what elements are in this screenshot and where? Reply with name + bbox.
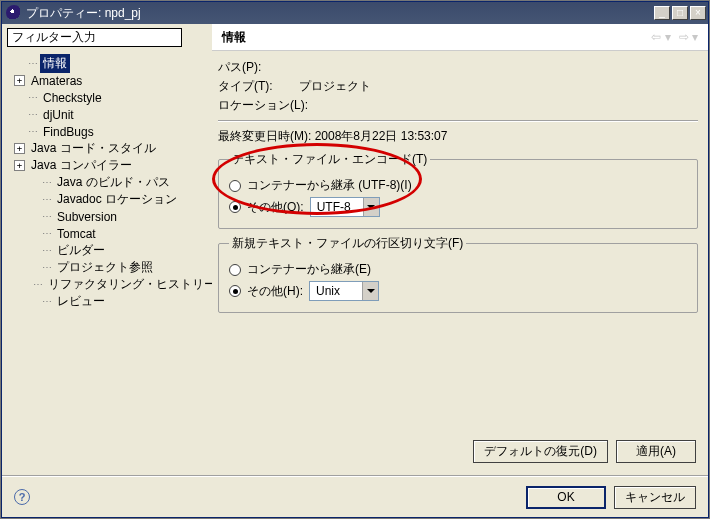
expand-icon[interactable]: +	[14, 75, 25, 86]
linebreak-other-radio[interactable]	[229, 285, 241, 297]
restore-defaults-button[interactable]: デフォルトの復元(D)	[473, 440, 608, 463]
encoding-inherit-radio[interactable]	[229, 180, 241, 192]
properties-dialog: プロパティー: npd_pj _ □ × 情報 ⇦ ▾ ⇨ ▾ ⋯情報+Amat…	[1, 1, 709, 518]
encoding-other-label: その他(O):	[247, 199, 304, 216]
page-title: 情報	[222, 29, 246, 46]
chevron-down-icon[interactable]	[362, 282, 378, 300]
linebreak-combo[interactable]: Unix	[309, 281, 379, 301]
linebreak-other-label: その他(H):	[247, 283, 303, 300]
maximize-button[interactable]: □	[672, 6, 688, 20]
tree-item[interactable]: ⋯ビルダー	[8, 242, 210, 259]
tree-item[interactable]: ⋯Checkstyle	[8, 89, 210, 106]
help-icon[interactable]: ?	[14, 489, 30, 505]
tree-item-label: 情報	[40, 54, 70, 73]
tree-item-label: FindBugs	[40, 124, 97, 140]
tree-item[interactable]: ⋯Subversion	[8, 208, 210, 225]
tree-item[interactable]: ⋯リファクタリング・ヒストリー	[8, 276, 210, 293]
encoding-other-radio[interactable]	[229, 201, 241, 213]
window-title: プロパティー: npd_pj	[26, 5, 652, 22]
encoding-combo[interactable]: UTF-8	[310, 197, 380, 217]
linebreak-inherit-label: コンテナーから継承(E)	[247, 261, 371, 278]
location-label: ロケーション(L):	[218, 97, 698, 114]
banner: 情報 ⇦ ▾ ⇨ ▾	[212, 24, 708, 51]
tree-item-label: djUnit	[40, 107, 77, 123]
tree-item[interactable]: ⋯情報	[8, 55, 210, 72]
top-row: 情報 ⇦ ▾ ⇨ ▾	[2, 24, 708, 51]
tree-item[interactable]: ⋯プロジェクト参照	[8, 259, 210, 276]
modified-row: 最終変更日時(M): 2008年8月22日 13:53:07	[218, 128, 698, 145]
nav-back-icon[interactable]: ⇦ ▾	[651, 30, 670, 44]
close-button[interactable]: ×	[690, 6, 706, 20]
modified-value: 2008年8月22日 13:53:07	[315, 129, 448, 143]
filter-input[interactable]	[7, 28, 182, 47]
tree-item[interactable]: ⋯djUnit	[8, 106, 210, 123]
tree-item-label: Checkstyle	[40, 90, 105, 106]
expand-icon[interactable]: +	[14, 143, 25, 154]
type-value: プロジェクト	[299, 79, 371, 93]
tree-item-label: Tomcat	[54, 226, 99, 242]
apply-button[interactable]: 適用(A)	[616, 440, 696, 463]
type-row: タイプ(T): プロジェクト	[218, 78, 698, 95]
tree-item[interactable]: +Amateras	[8, 72, 210, 89]
encoding-legend: テキスト・ファイル・エンコード(T)	[229, 151, 430, 168]
tree-item-label: Amateras	[28, 73, 85, 89]
titlebar: プロパティー: npd_pj _ □ ×	[2, 2, 708, 24]
path-label: パス(P):	[218, 59, 698, 76]
category-tree[interactable]: ⋯情報+Amateras⋯Checkstyle⋯djUnit⋯FindBugs+…	[2, 51, 212, 475]
tree-item[interactable]: ⋯FindBugs	[8, 123, 210, 140]
ok-button[interactable]: OK	[526, 486, 606, 509]
encoding-inherit-label: コンテナーから継承 (UTF-8)(I)	[247, 177, 412, 194]
nav-forward-icon[interactable]: ⇨ ▾	[679, 30, 698, 44]
tree-item[interactable]: ⋯Tomcat	[8, 225, 210, 242]
tree-item-label: レビュー	[54, 292, 108, 311]
tree-item-label: Subversion	[54, 209, 120, 225]
cancel-button[interactable]: キャンセル	[614, 486, 696, 509]
tree-item[interactable]: +Java コンパイラー	[8, 157, 210, 174]
encoding-fieldset: テキスト・ファイル・エンコード(T) コンテナーから継承 (UTF-8)(I) …	[218, 151, 698, 229]
linebreak-fieldset: 新規テキスト・ファイルの行区切り文字(F) コンテナーから継承(E) その他(H…	[218, 235, 698, 313]
footer: ? OK キャンセル	[2, 477, 708, 517]
tree-item[interactable]: ⋯Javadoc ロケーション	[8, 191, 210, 208]
minimize-button[interactable]: _	[654, 6, 670, 20]
tree-item[interactable]: ⋯レビュー	[8, 293, 210, 310]
tree-item-label: Javadoc ロケーション	[54, 190, 180, 209]
eclipse-icon	[6, 5, 22, 21]
linebreak-legend: 新規テキスト・ファイルの行区切り文字(F)	[229, 235, 466, 252]
chevron-down-icon[interactable]	[363, 198, 379, 216]
expand-icon[interactable]: +	[14, 160, 25, 171]
content-pane: パス(P): タイプ(T): プロジェクト ロケーション(L): 最終変更日時(…	[212, 51, 708, 475]
linebreak-inherit-radio[interactable]	[229, 264, 241, 276]
tree-item[interactable]: +Java コード・スタイル	[8, 140, 210, 157]
tree-item[interactable]: ⋯Java のビルド・パス	[8, 174, 210, 191]
